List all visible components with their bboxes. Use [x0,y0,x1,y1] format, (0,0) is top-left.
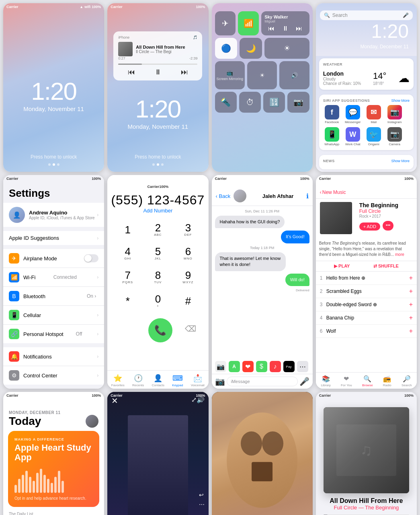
track-3-add[interactable]: + [409,301,413,308]
settings-hotspot-item[interactable]: 🔗 Personal Hotspot Off › [3,325,104,343]
music-tab-browse[interactable]: 🔍 Browse [362,375,373,387]
music-shuffle-btn[interactable]: ⇄ SHUFFLE [373,264,399,269]
search-bar[interactable]: 🔍 Search 🎤 [320,10,413,20]
key-8[interactable]: 8TUV [143,266,172,288]
music-play-btn[interactable]: ▶ PLAY [334,264,350,269]
music-tab-library[interactable]: 📚 Library [321,375,330,387]
msg-app-camera[interactable]: 📷 [215,361,226,372]
msg-app-more[interactable]: ⋯ [297,361,308,372]
msg-app-applepay[interactable]: Pay [283,361,295,372]
dialer-tab-voicemail[interactable]: 📩 Voicemail [191,374,205,387]
key-6[interactable]: 6MNO [174,242,202,264]
cc-camera-btn[interactable]: 📷 [287,92,309,113]
track-2[interactable]: 2 Scrambled Eggs + [316,285,417,298]
track-1[interactable]: 1 Hello from Here ⊕ + [316,272,417,285]
messages-input-field[interactable]: iMessage [227,377,298,386]
key-5[interactable]: 5JKL [143,242,172,264]
msg-app-heart[interactable]: ❤ [242,361,254,372]
dialer-tab-recents[interactable]: 🕐 Recents [132,374,144,387]
key-4[interactable]: 4GHI [113,242,142,264]
cc-brightness-slider[interactable]: ☀ [247,61,277,89]
siri-show-more[interactable]: Show More [391,99,410,105]
sub-icon-1[interactable]: ↩ [199,492,205,498]
msg-app-dollar[interactable]: $ [256,361,267,372]
key-hash[interactable]: # [174,290,202,312]
app-mail[interactable]: ✉ Mail [365,105,383,124]
music-widget[interactable]: iPhone 🎵 All Down Hill from Here ll Circ… [113,31,202,80]
cc-wifi-btn[interactable]: 📶 [238,11,259,35]
pause-icon[interactable]: ⏸ [154,68,162,76]
msg-mic-icon[interactable]: 🎤 [299,377,309,386]
music-more-btn[interactable]: ••• [383,221,394,231]
music-tab-foryou[interactable]: ❤ For You [341,375,352,387]
featured-card[interactable]: MAKING A DIFFERENCE Apple Heart Study Ap… [8,431,99,507]
sub-icon-2[interactable]: ⋯ [199,501,205,508]
settings-bt-item[interactable]: B Bluetooth On › [3,287,104,306]
next-icon[interactable]: ⏭ [181,68,188,76]
app-workchat[interactable]: W Work Chat [344,127,362,146]
key-1[interactable]: 1 [113,218,142,241]
settings-cc-item[interactable]: ⚙ Control Center › [3,366,104,385]
dialer-tab-favorites[interactable]: ⭐ Favorites [111,374,125,387]
dialer-delete-btn[interactable]: ⌫ [185,324,196,334]
cc-timer-btn[interactable]: ⏱ [239,92,261,113]
app-origami[interactable]: 🐦 Origami [365,127,383,146]
lock-unlock-2[interactable]: Press home to unlock [135,154,181,160]
track-4[interactable]: 4 Banana Chip + [316,311,417,325]
dialer-call-button[interactable]: 📞 [148,318,172,342]
key-0[interactable]: 0+ [143,290,172,312]
track-3[interactable]: 3 Double-edged Sword ⊕ + [316,298,417,311]
settings-wifi-item[interactable]: 📶 Wi-Fi Connected › [3,268,104,287]
music-back-btn[interactable]: ‹ New Music [320,190,346,195]
music-progress-bar[interactable] [118,64,197,65]
track-2-add[interactable]: + [409,288,413,295]
settings-notif-item[interactable]: 🔔 Notifications › [3,347,104,366]
cc-pause-icon[interactable]: ⏸ [282,25,289,32]
key-9[interactable]: 9WXYZ [174,266,202,288]
cc-flashlight-btn[interactable]: 🔦 [215,92,237,113]
cc-screen-mirror-btn[interactable]: 📺 Screen Mirroring [215,61,245,89]
music-tab-radio[interactable]: 📻 Radio [383,375,391,387]
dialer-tab-contacts[interactable]: 👤 Contacts [152,374,165,387]
cc-next-icon[interactable]: ⏭ [296,25,302,32]
key-3[interactable]: 3DEF [174,218,202,241]
settings-appleid-item[interactable]: Apple ID Suggestions › [3,231,104,245]
msg-app-store[interactable]: A [229,361,240,372]
cc-dnd-btn[interactable]: 🌙 [240,38,262,59]
cc-airplane-btn[interactable]: ✈ [215,11,236,35]
messages-back-btn[interactable]: ‹ Back [216,193,231,199]
key-7[interactable]: 7PQRS [113,266,142,288]
cc-media-controls[interactable]: ⏮ ⏸ ⏭ [264,25,306,32]
dialer-tab-keypad[interactable]: ⌨ Keypad [172,374,183,387]
music-more-link[interactable]: more [395,252,404,257]
app-camera[interactable]: 📷 Camera [386,127,404,146]
airplane-toggle[interactable] [84,254,98,262]
app-messenger[interactable]: 💬 Messenger [344,105,362,124]
messages-info-btn[interactable]: ℹ [306,192,309,200]
settings-user-item[interactable]: 👤 Andrew Aquino Apple ID, iCloud, iTunes… [3,203,104,227]
music-add-button[interactable]: + ADD [359,222,380,231]
app-instagram[interactable]: 📷 Instagram [386,105,404,124]
settings-airplane-item[interactable]: ✈ Airplane Mode [3,249,104,268]
msg-camera-icon[interactable]: 📷 [215,377,225,386]
cc-volume-slider[interactable]: 🔊 [279,61,309,89]
cc-prev-icon[interactable]: ⏮ [268,25,275,32]
track-5-add[interactable]: + [409,328,413,335]
cc-bt-btn[interactable]: 🔵 [215,38,238,59]
track-5[interactable]: 6 Wolf + [316,325,417,338]
key-2[interactable]: 2ABC [143,218,172,241]
settings-cellular-item[interactable]: 📱 Cellular › [3,306,104,325]
track-4-add[interactable]: + [409,314,413,321]
track-1-add[interactable]: + [409,274,413,282]
prev-icon[interactable]: ⏮ [128,68,135,76]
appstore-avatar[interactable] [86,415,98,428]
msg-app-music[interactable]: ♪ [270,361,281,372]
music-controls[interactable]: ⏮ ⏸ ⏭ [118,68,197,76]
cc-calc-btn[interactable]: 🔢 [263,92,285,113]
app-whatsapp[interactable]: 📱 WhatsApp [323,127,341,146]
cc-brightness[interactable]: ☀ [264,38,309,59]
key-star[interactable]: * [113,290,142,312]
lock-unlock-1[interactable]: Press home to unlock [31,154,77,160]
music-tab-search[interactable]: 🔎 Search [402,375,412,387]
dialer-add-number[interactable]: Add Number [143,208,172,214]
